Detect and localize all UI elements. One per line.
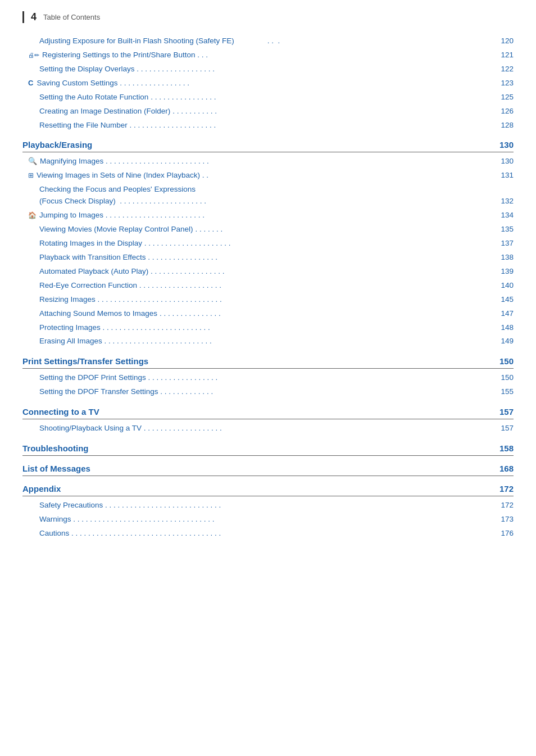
top-entries-section: Adjusting Exposure for Built-in Flash Sh… <box>22 34 514 132</box>
list-messages-page: 168 <box>491 464 514 473</box>
print-settings-page: 150 <box>491 356 514 366</box>
list-item[interactable]: Setting the DPOF Print Settings . . . . … <box>22 371 514 385</box>
list-item[interactable]: Cautions . . . . . . . . . . . . . . . .… <box>22 527 514 541</box>
playback-erasing-page: 130 <box>491 140 514 150</box>
appendix-header: Appendix 172 <box>22 481 514 496</box>
list-item[interactable]: Adjusting Exposure for Built-in Flash Sh… <box>22 34 514 48</box>
playback-erasing-header: Playback/Erasing 130 <box>22 137 514 152</box>
list-item[interactable]: Setting the Auto Rotate Function . . . .… <box>22 90 514 105</box>
list-item[interactable]: Playback with Transition Effects . . . .… <box>22 251 514 265</box>
list-item[interactable]: Warnings . . . . . . . . . . . . . . . .… <box>22 513 514 527</box>
list-item[interactable]: 🔍 Magnifying Images . . . . . . . . . . … <box>22 155 514 169</box>
list-messages-title: List of Messages <box>22 464 90 473</box>
list-item[interactable]: 🏠 Jumping to Images . . . . . . . . . . … <box>22 209 514 223</box>
jump-icon: 🏠 <box>28 210 37 221</box>
connecting-tv-title: Connecting to a TV <box>22 407 99 417</box>
list-item[interactable]: Viewing Movies (Movie Replay Control Pan… <box>22 223 514 237</box>
appendix-title: Appendix <box>22 484 61 494</box>
connecting-tv-page: 157 <box>491 407 514 417</box>
list-item[interactable]: Resetting the File Number . . . . . . . … <box>22 119 514 133</box>
print-settings-title: Print Settings/Transfer Settings <box>22 356 148 366</box>
print-share-icon: 🖨✏ <box>28 51 39 60</box>
list-item[interactable]: Setting the Display Overlays . . . . . .… <box>22 62 514 76</box>
appendix-page: 172 <box>491 484 514 494</box>
list-messages-header: List of Messages 168 <box>22 460 514 476</box>
page-title: Table of Contents <box>43 13 100 21</box>
connecting-tv-section: Connecting to a TV 157 Shooting/Playback… <box>22 404 514 436</box>
playback-erasing-section: Playback/Erasing 130 🔍 Magnifying Images… <box>22 137 514 348</box>
list-item[interactable]: Attaching Sound Memos to Images . . . . … <box>22 307 514 321</box>
list-item[interactable]: Resizing Images . . . . . . . . . . . . … <box>22 293 514 307</box>
list-item[interactable]: Shooting/Playback Using a TV . . . . . .… <box>22 422 514 436</box>
connecting-tv-header: Connecting to a TV 157 <box>22 404 514 419</box>
list-messages-section: List of Messages 168 <box>22 460 514 476</box>
list-item[interactable]: 🖨✏ Registering Settings to the Print/Sha… <box>22 48 514 62</box>
list-item[interactable]: Checking the Focus and Peoples' Expressi… <box>22 183 514 209</box>
list-item[interactable]: Red-Eye Correction Function . . . . . . … <box>22 279 514 293</box>
troubleshooting-title: Troubleshooting <box>22 443 89 453</box>
list-item[interactable]: Creating an Image Destination (Folder) .… <box>22 105 514 119</box>
custom-settings-icon: C <box>28 78 33 89</box>
index-icon: ⊞ <box>28 170 34 181</box>
print-settings-section: Print Settings/Transfer Settings 150 Set… <box>22 353 514 399</box>
playback-erasing-title: Playback/Erasing <box>22 140 92 150</box>
list-item[interactable]: Setting the DPOF Transfer Settings . . .… <box>22 385 514 399</box>
list-item[interactable]: ⊞ Viewing Images in Sets of Nine (Index … <box>22 169 514 183</box>
page-header: 4 Table of Contents <box>22 11 514 23</box>
appendix-section: Appendix 172 Safety Precautions . . . . … <box>22 481 514 541</box>
list-item[interactable]: Protecting Images . . . . . . . . . . . … <box>22 321 514 335</box>
list-item[interactable]: Safety Precautions . . . . . . . . . . .… <box>22 499 514 513</box>
list-item[interactable]: C Saving Custom Settings . . . . . . . .… <box>22 76 514 90</box>
page-number: 4 <box>31 11 37 23</box>
troubleshooting-section: Troubleshooting 158 <box>22 440 514 456</box>
list-item[interactable]: Erasing All Images . . . . . . . . . . .… <box>22 334 514 348</box>
print-settings-header: Print Settings/Transfer Settings 150 <box>22 353 514 369</box>
troubleshooting-page: 158 <box>491 443 514 453</box>
list-item[interactable]: Rotating Images in the Display . . . . .… <box>22 237 514 251</box>
troubleshooting-header: Troubleshooting 158 <box>22 440 514 456</box>
list-item[interactable]: Automated Playback (Auto Play) . . . . .… <box>22 265 514 279</box>
magnify-icon: 🔍 <box>28 156 37 167</box>
